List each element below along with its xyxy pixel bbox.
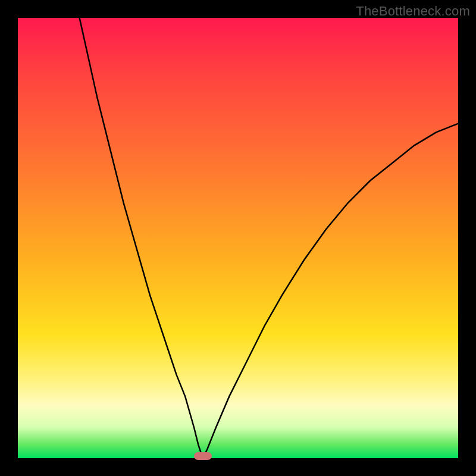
bottleneck-curve — [80, 18, 458, 458]
chart-frame: TheBottleneck.com — [0, 0, 476, 476]
attribution-text: TheBottleneck.com — [356, 4, 470, 19]
curve-svg — [18, 18, 458, 458]
chart-plot-area — [18, 18, 458, 458]
minimum-marker — [194, 452, 212, 460]
